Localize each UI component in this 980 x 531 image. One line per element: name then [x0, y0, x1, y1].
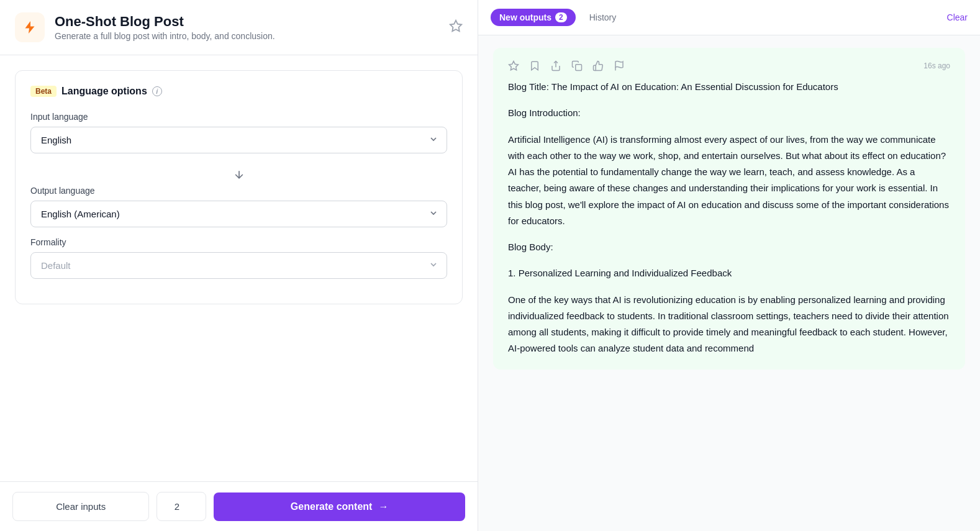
beta-badge: Beta [30, 86, 57, 97]
output-text: Blog Title: The Impact of AI on Educatio… [508, 79, 950, 357]
page-subtitle: Generate a full blog post with intro, bo… [55, 31, 275, 41]
copy-action-icon[interactable] [571, 60, 583, 71]
output-language-select[interactable]: English (American) English (British) Spa… [30, 201, 447, 227]
tab-badge: 2 [555, 12, 567, 22]
intro-heading: Blog Introduction: [508, 105, 950, 121]
count-input[interactable] [157, 492, 206, 521]
clear-output-button[interactable]: Clear [947, 12, 968, 22]
thumbs-up-action-icon[interactable] [592, 60, 604, 71]
input-language-field: Input language English Spanish French Ge… [30, 112, 447, 153]
output-language-select-wrapper: English (American) English (British) Spa… [30, 201, 447, 227]
share-action-icon[interactable] [550, 60, 561, 71]
output-timestamp: 16s ago [923, 61, 950, 70]
output-actions: 16s ago [508, 60, 950, 71]
flag-action-icon[interactable] [614, 60, 625, 71]
footer: Clear inputs Generate content → [0, 481, 478, 531]
header-text: One-Shot Blog Post Generate a full blog … [55, 14, 275, 41]
output-header: New outputs 2 History Clear [478, 0, 980, 35]
output-language-label: Output language [30, 186, 447, 196]
blog-title: Blog Title: The Impact of AI on Educatio… [508, 79, 950, 95]
bookmark-action-icon[interactable] [529, 60, 540, 71]
generate-arrow-icon: → [378, 501, 388, 512]
svg-marker-2 [509, 61, 519, 70]
tab-history[interactable]: History [581, 9, 625, 26]
section-header: Beta Language options i [30, 86, 447, 97]
language-section: Beta Language options i Input language E… [15, 70, 463, 304]
output-content: 16s ago Blog Title: The Impact of AI on … [478, 35, 980, 531]
generate-button[interactable]: Generate content → [214, 492, 465, 521]
output-card: 16s ago Blog Title: The Impact of AI on … [493, 48, 965, 370]
left-panel: One-Shot Blog Post Generate a full blog … [0, 0, 478, 531]
formality-select-wrapper: Default Formal Informal [30, 252, 447, 279]
formality-field: Formality Default Formal Informal [30, 237, 447, 279]
app-header: One-Shot Blog Post Generate a full blog … [0, 0, 478, 55]
tab-history-label: History [589, 12, 617, 22]
app-icon [15, 12, 45, 42]
tab-new-outputs-label: New outputs [499, 12, 551, 22]
star-action-icon[interactable] [508, 60, 519, 71]
direction-arrow [30, 163, 447, 186]
input-language-select-wrapper: English Spanish French German Chinese Ja… [30, 127, 447, 153]
svg-marker-0 [450, 20, 461, 31]
input-language-select[interactable]: English Spanish French German Chinese Ja… [30, 127, 447, 153]
page-title: One-Shot Blog Post [55, 14, 275, 30]
output-language-field: Output language English (American) Engli… [30, 186, 447, 227]
body-section1-text: One of the key ways that AI is revolutio… [508, 292, 950, 357]
clear-inputs-button[interactable]: Clear inputs [12, 492, 149, 521]
generate-label: Generate content [291, 501, 373, 512]
content-area: Beta Language options i Input language E… [0, 55, 478, 481]
intro-body: Artificial Intelligence (AI) is transfor… [508, 132, 950, 230]
favorite-button[interactable] [449, 19, 463, 35]
formality-label: Formality [30, 237, 447, 247]
right-panel: New outputs 2 History Clear [478, 0, 980, 531]
section-title: Language options [61, 86, 147, 97]
svg-rect-4 [576, 65, 582, 71]
input-language-label: Input language [30, 112, 447, 122]
tab-new-outputs[interactable]: New outputs 2 [491, 9, 576, 26]
info-icon[interactable]: i [152, 86, 162, 96]
body-heading: Blog Body: [508, 239, 950, 255]
body-section1-heading: 1. Personalized Learning and Individuali… [508, 265, 950, 281]
lightning-icon [22, 20, 37, 35]
formality-select[interactable]: Default Formal Informal [30, 252, 447, 279]
